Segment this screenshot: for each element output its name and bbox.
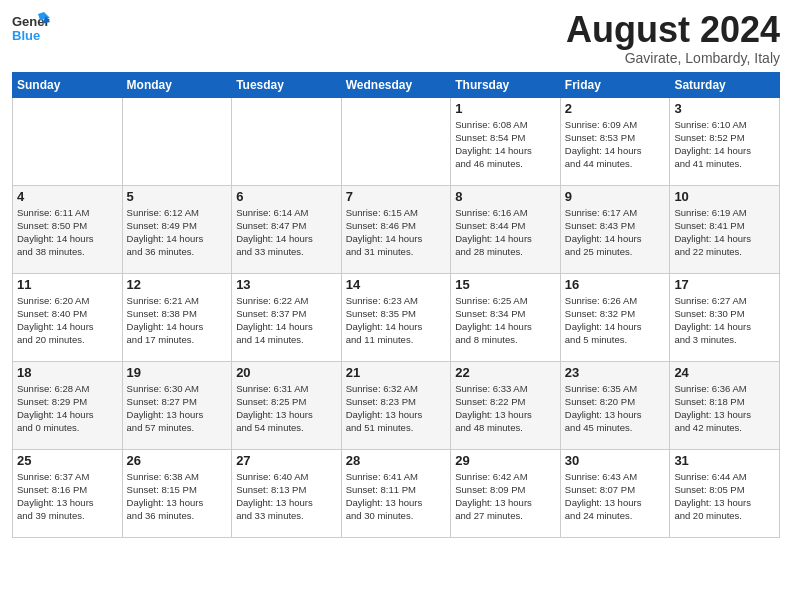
calendar-cell: 26Sunrise: 6:38 AM Sunset: 8:15 PM Dayli… [122,449,232,537]
calendar-cell [13,97,123,185]
day-number: 27 [236,453,337,468]
day-number: 17 [674,277,775,292]
calendar-cell: 10Sunrise: 6:19 AM Sunset: 8:41 PM Dayli… [670,185,780,273]
day-number: 4 [17,189,118,204]
day-info: Sunrise: 6:17 AM Sunset: 8:43 PM Dayligh… [565,206,666,259]
calendar-week-row: 18Sunrise: 6:28 AM Sunset: 8:29 PM Dayli… [13,361,780,449]
col-thursday: Thursday [451,72,561,97]
day-info: Sunrise: 6:23 AM Sunset: 8:35 PM Dayligh… [346,294,447,347]
calendar-cell: 5Sunrise: 6:12 AM Sunset: 8:49 PM Daylig… [122,185,232,273]
day-info: Sunrise: 6:44 AM Sunset: 8:05 PM Dayligh… [674,470,775,523]
col-saturday: Saturday [670,72,780,97]
calendar-cell: 2Sunrise: 6:09 AM Sunset: 8:53 PM Daylig… [560,97,670,185]
calendar-cell: 22Sunrise: 6:33 AM Sunset: 8:22 PM Dayli… [451,361,561,449]
day-number: 29 [455,453,556,468]
day-info: Sunrise: 6:22 AM Sunset: 8:37 PM Dayligh… [236,294,337,347]
day-info: Sunrise: 6:36 AM Sunset: 8:18 PM Dayligh… [674,382,775,435]
day-info: Sunrise: 6:21 AM Sunset: 8:38 PM Dayligh… [127,294,228,347]
day-info: Sunrise: 6:31 AM Sunset: 8:25 PM Dayligh… [236,382,337,435]
calendar-header-row: Sunday Monday Tuesday Wednesday Thursday… [13,72,780,97]
calendar-cell: 12Sunrise: 6:21 AM Sunset: 8:38 PM Dayli… [122,273,232,361]
calendar-cell: 9Sunrise: 6:17 AM Sunset: 8:43 PM Daylig… [560,185,670,273]
calendar-cell: 18Sunrise: 6:28 AM Sunset: 8:29 PM Dayli… [13,361,123,449]
day-info: Sunrise: 6:16 AM Sunset: 8:44 PM Dayligh… [455,206,556,259]
calendar-cell: 4Sunrise: 6:11 AM Sunset: 8:50 PM Daylig… [13,185,123,273]
calendar-cell: 28Sunrise: 6:41 AM Sunset: 8:11 PM Dayli… [341,449,451,537]
calendar-cell: 14Sunrise: 6:23 AM Sunset: 8:35 PM Dayli… [341,273,451,361]
calendar-cell [122,97,232,185]
col-sunday: Sunday [13,72,123,97]
day-number: 18 [17,365,118,380]
day-number: 10 [674,189,775,204]
location-label: Gavirate, Lombardy, Italy [566,50,780,66]
day-number: 26 [127,453,228,468]
calendar-cell: 16Sunrise: 6:26 AM Sunset: 8:32 PM Dayli… [560,273,670,361]
col-friday: Friday [560,72,670,97]
calendar-cell: 25Sunrise: 6:37 AM Sunset: 8:16 PM Dayli… [13,449,123,537]
day-number: 25 [17,453,118,468]
calendar-cell: 23Sunrise: 6:35 AM Sunset: 8:20 PM Dayli… [560,361,670,449]
day-number: 16 [565,277,666,292]
page-container: General Blue August 2024 Gavirate, Lomba… [0,0,792,546]
calendar-cell: 3Sunrise: 6:10 AM Sunset: 8:52 PM Daylig… [670,97,780,185]
calendar-cell: 30Sunrise: 6:43 AM Sunset: 8:07 PM Dayli… [560,449,670,537]
day-info: Sunrise: 6:37 AM Sunset: 8:16 PM Dayligh… [17,470,118,523]
day-number: 8 [455,189,556,204]
day-number: 23 [565,365,666,380]
day-info: Sunrise: 6:43 AM Sunset: 8:07 PM Dayligh… [565,470,666,523]
day-number: 28 [346,453,447,468]
day-number: 19 [127,365,228,380]
calendar-cell: 17Sunrise: 6:27 AM Sunset: 8:30 PM Dayli… [670,273,780,361]
calendar-cell [232,97,342,185]
calendar-cell [341,97,451,185]
title-block: August 2024 Gavirate, Lombardy, Italy [566,10,780,66]
day-number: 5 [127,189,228,204]
day-info: Sunrise: 6:30 AM Sunset: 8:27 PM Dayligh… [127,382,228,435]
svg-text:Blue: Blue [12,28,40,43]
day-number: 15 [455,277,556,292]
calendar-cell: 29Sunrise: 6:42 AM Sunset: 8:09 PM Dayli… [451,449,561,537]
calendar-body: 1Sunrise: 6:08 AM Sunset: 8:54 PM Daylig… [13,97,780,537]
day-number: 12 [127,277,228,292]
calendar-cell: 20Sunrise: 6:31 AM Sunset: 8:25 PM Dayli… [232,361,342,449]
calendar-week-row: 25Sunrise: 6:37 AM Sunset: 8:16 PM Dayli… [13,449,780,537]
day-number: 3 [674,101,775,116]
day-info: Sunrise: 6:12 AM Sunset: 8:49 PM Dayligh… [127,206,228,259]
col-monday: Monday [122,72,232,97]
day-info: Sunrise: 6:35 AM Sunset: 8:20 PM Dayligh… [565,382,666,435]
day-info: Sunrise: 6:41 AM Sunset: 8:11 PM Dayligh… [346,470,447,523]
calendar-week-row: 4Sunrise: 6:11 AM Sunset: 8:50 PM Daylig… [13,185,780,273]
day-info: Sunrise: 6:32 AM Sunset: 8:23 PM Dayligh… [346,382,447,435]
day-number: 2 [565,101,666,116]
day-number: 21 [346,365,447,380]
calendar-week-row: 11Sunrise: 6:20 AM Sunset: 8:40 PM Dayli… [13,273,780,361]
header: General Blue August 2024 Gavirate, Lomba… [12,10,780,66]
day-number: 9 [565,189,666,204]
day-info: Sunrise: 6:26 AM Sunset: 8:32 PM Dayligh… [565,294,666,347]
day-number: 20 [236,365,337,380]
calendar-cell: 15Sunrise: 6:25 AM Sunset: 8:34 PM Dayli… [451,273,561,361]
calendar-cell: 13Sunrise: 6:22 AM Sunset: 8:37 PM Dayli… [232,273,342,361]
day-info: Sunrise: 6:20 AM Sunset: 8:40 PM Dayligh… [17,294,118,347]
calendar-cell: 7Sunrise: 6:15 AM Sunset: 8:46 PM Daylig… [341,185,451,273]
logo-bird-icon: General Blue [12,10,50,48]
day-number: 14 [346,277,447,292]
day-number: 22 [455,365,556,380]
month-year-title: August 2024 [566,10,780,50]
calendar-cell: 27Sunrise: 6:40 AM Sunset: 8:13 PM Dayli… [232,449,342,537]
generalblue-logo-svg: General Blue [12,10,50,48]
calendar-cell: 19Sunrise: 6:30 AM Sunset: 8:27 PM Dayli… [122,361,232,449]
day-info: Sunrise: 6:08 AM Sunset: 8:54 PM Dayligh… [455,118,556,171]
calendar-cell: 24Sunrise: 6:36 AM Sunset: 8:18 PM Dayli… [670,361,780,449]
calendar-cell: 21Sunrise: 6:32 AM Sunset: 8:23 PM Dayli… [341,361,451,449]
day-number: 7 [346,189,447,204]
day-info: Sunrise: 6:27 AM Sunset: 8:30 PM Dayligh… [674,294,775,347]
day-info: Sunrise: 6:28 AM Sunset: 8:29 PM Dayligh… [17,382,118,435]
day-info: Sunrise: 6:42 AM Sunset: 8:09 PM Dayligh… [455,470,556,523]
logo: General Blue [12,10,50,48]
day-number: 13 [236,277,337,292]
day-info: Sunrise: 6:40 AM Sunset: 8:13 PM Dayligh… [236,470,337,523]
day-number: 11 [17,277,118,292]
calendar-cell: 1Sunrise: 6:08 AM Sunset: 8:54 PM Daylig… [451,97,561,185]
day-number: 30 [565,453,666,468]
